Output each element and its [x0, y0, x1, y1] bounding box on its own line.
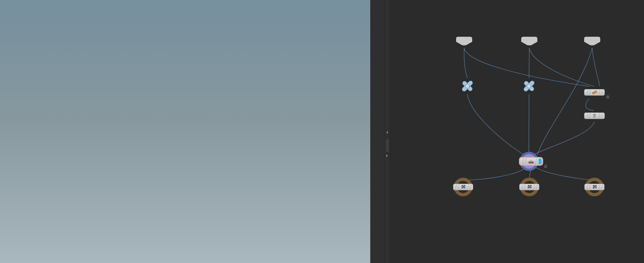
collapse-right-icon[interactable] [386, 155, 388, 157]
node-delete1[interactable] [584, 112, 605, 119]
lock-icon [544, 166, 547, 168]
checkered-flag-icon [461, 185, 465, 189]
null-icon [461, 80, 474, 92]
viewport-canvas[interactable] [0, 0, 370, 263]
wire-guideprocess-to-delete[interactable] [586, 99, 594, 110]
input-node-1[interactable] [456, 37, 472, 47]
wire-input3-to-hairclump[interactable] [537, 48, 592, 155]
node-output2[interactable] [584, 184, 605, 190]
node-output1[interactable] [519, 184, 539, 190]
input-node-3[interactable] [584, 37, 600, 47]
node-output0[interactable] [453, 184, 473, 190]
wire-null-skin-to-hairclump[interactable] [529, 94, 529, 155]
display-flag[interactable] [539, 159, 542, 164]
checkered-flag-icon [527, 185, 532, 189]
null-icon [522, 80, 536, 92]
wire-hairclump-to-output0[interactable] [464, 168, 526, 180]
wire-input1-to-null-guides[interactable] [464, 48, 467, 78]
wires-layer [390, 0, 644, 263]
wire-input2-to-guideprocess[interactable] [529, 48, 594, 86]
viewport-3d[interactable] [0, 0, 370, 263]
wire-input3-to-guideprocess[interactable] [592, 48, 600, 86]
checkered-flag-icon [592, 185, 597, 189]
pane-splitter[interactable] [385, 0, 390, 263]
guideprocess-comb-icon [592, 90, 597, 95]
node-hairclump1[interactable] [520, 158, 542, 165]
lock-icon [606, 96, 609, 98]
trash-icon [592, 114, 596, 118]
wire-delete-to-hairclump[interactable] [533, 122, 594, 155]
hairclump-icon [528, 159, 534, 164]
houdini-window [0, 0, 644, 263]
wire-input2-to-null-skin[interactable] [529, 48, 529, 78]
input-node-2[interactable] [521, 37, 537, 47]
wire-hairclump-to-output2[interactable] [536, 168, 594, 180]
node-guideprocess1[interactable] [584, 89, 605, 96]
splitter-grip[interactable] [386, 139, 389, 151]
node-null-guides[interactable] [461, 80, 474, 93]
display-options-toolbar [370, 0, 385, 263]
collapse-left-icon[interactable] [386, 131, 388, 134]
wire-null-guides-to-hairclump[interactable] [467, 94, 525, 155]
node-null-skin[interactable] [522, 80, 536, 93]
network-editor[interactable] [390, 0, 644, 263]
